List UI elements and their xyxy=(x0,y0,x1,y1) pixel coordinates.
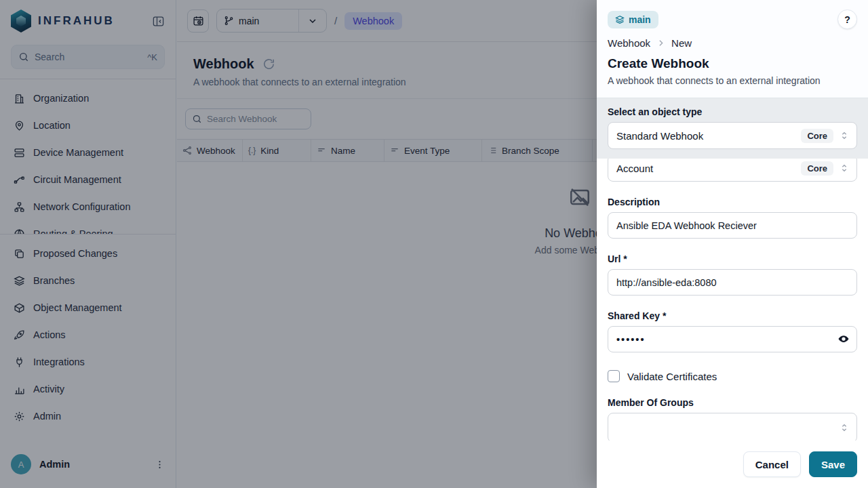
panel-footer: Cancel Save xyxy=(597,441,868,488)
layers-icon xyxy=(615,15,625,24)
app-window: INFRAHUB ^K Organization Location Device… xyxy=(0,0,868,488)
branch-badge-label: main xyxy=(629,14,651,25)
panel-breadcrumb-current: New xyxy=(671,37,692,49)
cancel-button[interactable]: Cancel xyxy=(743,451,801,477)
core-badge: Core xyxy=(801,129,833,143)
modal-backdrop[interactable] xyxy=(0,0,597,488)
panel-subtitle: A webhook that connects to an external i… xyxy=(608,75,857,86)
chevrons-up-down-icon xyxy=(839,163,850,174)
save-button[interactable]: Save xyxy=(809,451,857,477)
validate-certificates-label: Validate Certificates xyxy=(627,371,717,382)
core-badge: Core xyxy=(801,161,833,176)
help-button[interactable]: ? xyxy=(837,9,857,29)
object-type-section: Select an object type Standard Webhook C… xyxy=(597,98,868,159)
object-type-value: Standard Webhook xyxy=(616,130,795,142)
description-input[interactable] xyxy=(608,212,857,239)
eye-icon[interactable] xyxy=(837,333,850,345)
related-object-value: Account xyxy=(616,163,795,174)
validate-certificates-row: Validate Certificates xyxy=(608,370,857,382)
panel-breadcrumb-parent[interactable]: Webhook xyxy=(608,37,650,49)
url-label: Url * xyxy=(608,253,857,264)
shared-key-input[interactable] xyxy=(608,326,857,352)
related-object-select[interactable]: Account Core xyxy=(608,159,857,182)
validate-certificates-checkbox[interactable] xyxy=(608,370,620,382)
branch-badge: main xyxy=(608,11,658,28)
object-type-select[interactable]: Standard Webhook Core xyxy=(608,122,857,149)
shared-key-label: Shared Key * xyxy=(608,310,857,321)
chevrons-up-down-icon xyxy=(839,130,850,141)
object-type-label: Select an object type xyxy=(608,106,857,117)
description-label: Description xyxy=(608,197,857,207)
panel-breadcrumb: Webhook New xyxy=(608,37,857,49)
panel-title: Create Webhook xyxy=(608,56,857,71)
related-select-clipped: Account Core xyxy=(608,159,857,182)
url-input[interactable] xyxy=(608,269,857,296)
chevron-right-icon xyxy=(656,39,665,47)
chevrons-up-down-icon xyxy=(839,422,850,433)
member-of-groups-label: Member Of Groups xyxy=(608,397,857,408)
member-of-groups-select[interactable] xyxy=(608,413,857,441)
panel-header: main ? Webhook New Create Webhook A webh… xyxy=(597,0,868,98)
create-webhook-panel: main ? Webhook New Create Webhook A webh… xyxy=(597,0,868,488)
panel-form: Account Core Description Url * Shared Ke… xyxy=(597,159,868,441)
